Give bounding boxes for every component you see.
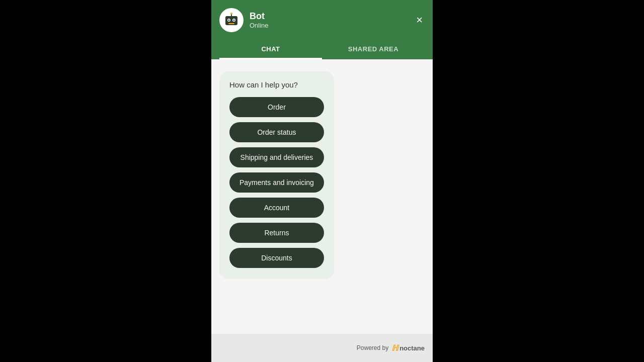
option-returns[interactable]: Returns xyxy=(229,223,324,243)
avatar xyxy=(219,8,244,32)
chat-body: How can I help you? Order Order status S… xyxy=(211,59,433,334)
left-background xyxy=(0,0,211,362)
svg-point-4 xyxy=(233,20,235,21)
option-discounts[interactable]: Discounts xyxy=(229,248,324,268)
option-order-status[interactable]: Order status xyxy=(229,122,324,142)
bot-message-bubble: How can I help you? Order Order status S… xyxy=(219,71,334,279)
bot-question: How can I help you? xyxy=(229,80,324,89)
header-top: Bot Online × xyxy=(219,8,425,32)
bot-status: Online xyxy=(250,22,269,29)
chat-header: Bot Online × CHAT SHARED AREA xyxy=(211,0,433,59)
powered-by: Powered by ℍ noctane xyxy=(357,343,425,353)
svg-point-7 xyxy=(230,13,232,15)
option-order[interactable]: Order xyxy=(229,97,324,117)
bot-name: Bot xyxy=(250,11,269,22)
chat-widget: Bot Online × CHAT SHARED AREA How can I … xyxy=(211,0,433,362)
bot-info: Bot Online xyxy=(219,8,269,32)
chat-footer: Powered by ℍ noctane xyxy=(211,334,433,362)
hoctane-logo: ℍ noctane xyxy=(391,343,425,353)
hoctane-brand-name: noctane xyxy=(399,344,425,352)
svg-point-3 xyxy=(228,20,230,21)
bot-details: Bot Online xyxy=(250,11,269,30)
tabs: CHAT SHARED AREA xyxy=(219,40,425,59)
tab-chat[interactable]: CHAT xyxy=(219,40,322,59)
powered-by-label: Powered by xyxy=(357,344,388,351)
option-account[interactable]: Account xyxy=(229,198,324,218)
tab-shared-area[interactable]: SHARED AREA xyxy=(322,40,425,59)
close-button[interactable]: × xyxy=(414,13,425,28)
right-background xyxy=(433,0,644,362)
svg-rect-5 xyxy=(228,23,234,24)
hoctane-h-icon: ℍ xyxy=(391,343,398,353)
option-payments[interactable]: Payments and invoicing xyxy=(229,172,324,193)
option-shipping[interactable]: Shipping and deliveries xyxy=(229,147,324,167)
robot-icon xyxy=(222,11,240,29)
